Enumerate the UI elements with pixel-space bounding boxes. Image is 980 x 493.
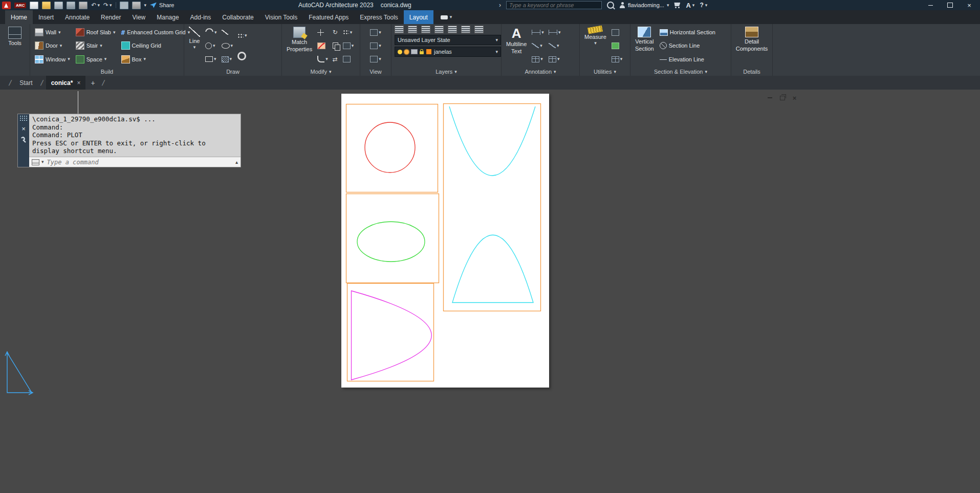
panel-expand-icon[interactable]: ▾: [329, 70, 332, 74]
quick-select-button[interactable]: [611, 27, 624, 38]
view-tool-1-button[interactable]: ▾: [369, 27, 382, 38]
line-button[interactable]: Line ▾: [187, 26, 202, 66]
command-customize-wrench-icon[interactable]: [20, 136, 27, 143]
layer-state-dropdown[interactable]: Unsaved Layer State ▾: [395, 35, 501, 45]
hyperbola-upper-entity[interactable]: [449, 106, 535, 176]
tools-button[interactable]: Tools: [7, 26, 23, 66]
quick-access-dropdown-icon[interactable]: ▾: [144, 3, 147, 8]
ribbon-tab-addins[interactable]: Add-ins: [185, 10, 217, 24]
command-window-grip[interactable]: [19, 115, 28, 121]
account-button[interactable]: flaviadoming... ▾: [619, 2, 669, 8]
annotation-tool-3-button[interactable]: ▾: [548, 54, 562, 65]
layer-walk-button[interactable]: [474, 26, 484, 33]
arc-button[interactable]: ▾: [204, 27, 218, 38]
layer-match-button[interactable]: [461, 26, 470, 33]
donut-button[interactable]: [236, 50, 248, 61]
viewport-frame-3[interactable]: [346, 194, 439, 283]
new-file-button[interactable]: [30, 2, 38, 9]
view-tool-2-button[interactable]: ▾: [369, 40, 382, 51]
app-logo-icon[interactable]: [2, 2, 11, 9]
layer-isolate-button[interactable]: [421, 26, 430, 33]
mirror-button[interactable]: ⇄: [332, 54, 339, 65]
share-button[interactable]: Share: [150, 2, 174, 8]
dimension-button[interactable]: ▾: [531, 27, 545, 38]
id-point-button[interactable]: ▾: [611, 54, 624, 65]
ribbon-tab-insert[interactable]: Insert: [33, 10, 59, 24]
open-file-button[interactable]: [42, 2, 51, 9]
ribbon-tab-annotate[interactable]: Annotate: [59, 10, 95, 24]
search-icon[interactable]: [607, 2, 614, 9]
match-properties-button[interactable]: Match Properties: [285, 26, 314, 66]
ellipse-entity[interactable]: [357, 222, 425, 262]
minimize-button[interactable]: [921, 0, 940, 10]
circle-button[interactable]: ▾: [204, 40, 218, 51]
box-button[interactable]: Box ▾: [120, 54, 192, 65]
leader-button[interactable]: ▾: [531, 40, 545, 51]
save-button[interactable]: [54, 2, 63, 9]
offset-button[interactable]: ▾: [342, 40, 355, 51]
enhanced-custom-grid-button[interactable]: # Enhanced Custom Grid ▾: [120, 27, 192, 37]
array-button[interactable]: ▾: [342, 27, 355, 38]
trim-button[interactable]: ▾: [316, 54, 329, 65]
section-line-button[interactable]: Section Line: [658, 40, 717, 51]
panel-expand-icon[interactable]: ▾: [705, 70, 707, 74]
autodesk-apps-button[interactable]: A ▾: [686, 2, 694, 9]
command-window[interactable]: × \conica_1_29790_e900dc1a.sv$ ... Comma…: [18, 114, 241, 167]
chevron-right-icon[interactable]: ›: [499, 2, 501, 8]
annotation-tool-1-button[interactable]: ▾: [548, 27, 562, 38]
hatch-button[interactable]: ▾: [221, 54, 234, 65]
hyperbola-lower-entity[interactable]: [452, 235, 533, 303]
multiline-text-button[interactable]: A Multiline Text: [505, 26, 528, 66]
tab-close-icon[interactable]: ×: [77, 79, 80, 87]
horizontal-section-button[interactable]: Horizontal Section: [658, 27, 717, 37]
ribbon-tab-collaborate[interactable]: Collaborate: [216, 10, 259, 24]
roof-slab-button[interactable]: Roof Slab ▾: [74, 27, 117, 37]
command-close-icon[interactable]: ×: [21, 125, 26, 132]
polyline-button[interactable]: [221, 27, 234, 38]
point-button[interactable]: ▾: [236, 30, 248, 41]
ribbon-tab-featured-apps[interactable]: Featured Apps: [303, 10, 354, 24]
drawing-utilities-button[interactable]: [120, 2, 128, 9]
plot-button[interactable]: [79, 2, 88, 9]
ribbon-tab-express-tools[interactable]: Express Tools: [354, 10, 403, 24]
ribbon-tab-home[interactable]: Home: [5, 10, 33, 24]
command-icon[interactable]: [32, 159, 39, 165]
drawing-area[interactable]: × ×: [0, 90, 980, 493]
save-as-button[interactable]: [67, 2, 75, 9]
doc-restore-button[interactable]: [779, 95, 786, 101]
table-button[interactable]: ▾: [531, 54, 545, 65]
layer-properties-button[interactable]: [395, 26, 404, 33]
wall-button[interactable]: Wall ▾: [33, 27, 72, 37]
panel-expand-icon[interactable]: ▾: [554, 70, 556, 74]
new-drawing-tab-button[interactable]: +: [86, 76, 99, 90]
app-store-button[interactable]: [674, 2, 681, 8]
command-input[interactable]: [46, 158, 233, 166]
ribbon-tab-vision-tools[interactable]: Vision Tools: [259, 10, 303, 24]
ribbon-tab-manage[interactable]: Manage: [151, 10, 184, 24]
file-tab-start[interactable]: Start: [14, 76, 37, 90]
rotate-button[interactable]: ↻: [332, 27, 339, 38]
vertical-section-button[interactable]: Vertical Section: [634, 26, 656, 66]
ribbon-tab-layout[interactable]: Layout: [404, 10, 433, 24]
doc-minimize-button[interactable]: [767, 95, 773, 101]
panel-expand-icon[interactable]: ▾: [454, 70, 457, 74]
parabola-entity[interactable]: [352, 291, 432, 380]
layer-off-button[interactable]: [408, 26, 417, 33]
copy-button[interactable]: [332, 40, 339, 51]
panel-expand-icon[interactable]: ▾: [614, 70, 616, 74]
detail-components-button[interactable]: Detail Components: [734, 26, 769, 66]
layer-lock-button[interactable]: [448, 26, 457, 33]
doc-close-button[interactable]: ×: [791, 95, 798, 101]
layer-dropdown[interactable]: janelas ▾: [395, 47, 501, 57]
stair-button[interactable]: Stair ▾: [74, 40, 117, 51]
ribbon-display-toggle[interactable]: ▾: [438, 10, 455, 24]
ellipse-button[interactable]: ▾: [221, 40, 234, 51]
layout-switch-button[interactable]: [132, 2, 141, 9]
layer-freeze-button[interactable]: [434, 26, 444, 33]
ribbon-tab-render[interactable]: Render: [95, 10, 126, 24]
elevation-line-button[interactable]: Elevation Line: [658, 54, 717, 65]
command-history[interactable]: \conica_1_29790_e900dc1a.sv$ ... Command…: [29, 114, 241, 157]
layout-paper[interactable]: [341, 94, 549, 388]
command-expand-icon[interactable]: ▴: [235, 159, 238, 165]
file-tab-conica[interactable]: conica* ×: [46, 76, 86, 90]
